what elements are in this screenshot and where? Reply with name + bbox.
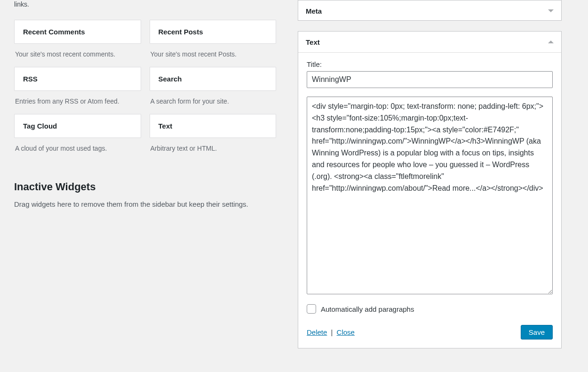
- widget-title: Recent Posts: [159, 28, 268, 36]
- title-input[interactable]: [307, 71, 553, 88]
- title-label: Title:: [307, 60, 553, 68]
- save-button[interactable]: Save: [521, 325, 553, 340]
- widget-desc: Your site's most recent comments.: [14, 44, 141, 62]
- available-widget-recent-comments[interactable]: Recent Comments: [14, 20, 141, 44]
- autop-label: Automatically add paragraphs: [321, 305, 414, 313]
- widget-head-text[interactable]: Text: [298, 32, 561, 52]
- content-textarea[interactable]: [307, 97, 553, 294]
- available-widget-tag-cloud[interactable]: Tag Cloud: [14, 114, 141, 138]
- widget-title: Text: [159, 122, 268, 130]
- chevron-up-icon: [548, 40, 554, 43]
- separator: |: [329, 328, 335, 336]
- chevron-down-icon: [548, 9, 554, 12]
- widget-desc: A cloud of your most used tags.: [14, 138, 141, 156]
- available-widgets-grid: Recent Comments Your site's most recent …: [14, 20, 276, 156]
- widget-desc: A search form for your site.: [150, 91, 277, 109]
- available-widget-text[interactable]: Text: [150, 114, 277, 138]
- close-link[interactable]: Close: [337, 328, 355, 336]
- widget-title: Recent Comments: [23, 28, 132, 36]
- intro-fragment: links.: [14, 0, 276, 9]
- available-widget-recent-posts[interactable]: Recent Posts: [150, 20, 277, 44]
- widget-head-label: Meta: [306, 7, 322, 15]
- available-widget-search[interactable]: Search: [150, 67, 277, 91]
- widget-title: RSS: [23, 75, 132, 83]
- widget-title: Search: [159, 75, 268, 83]
- sidebar-widget-text: Text Title: Automatically add paragraphs…: [298, 31, 562, 348]
- delete-link[interactable]: Delete: [307, 328, 327, 336]
- widget-head-meta[interactable]: Meta: [298, 0, 561, 21]
- available-widget-rss[interactable]: RSS: [14, 67, 141, 91]
- widget-head-label: Text: [306, 38, 320, 46]
- widget-desc: Arbitrary text or HTML.: [150, 138, 277, 156]
- inactive-widgets-desc: Drag widgets here to remove them from th…: [14, 199, 268, 210]
- widget-desc: Your site's most recent Posts.: [150, 44, 277, 62]
- inactive-widgets-heading: Inactive Widgets: [14, 181, 276, 193]
- widget-title: Tag Cloud: [23, 122, 132, 130]
- widget-desc: Entries from any RSS or Atom feed.: [14, 91, 141, 109]
- autop-checkbox[interactable]: [307, 304, 316, 314]
- sidebar-widget-meta: Meta: [298, 0, 562, 21]
